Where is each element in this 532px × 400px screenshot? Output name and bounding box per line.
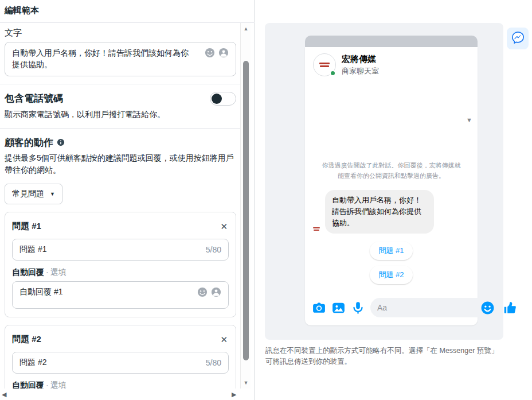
- scroll-left-arrow-icon[interactable]: ◀: [2, 391, 6, 398]
- auto-reply-value: 自動回覆 #1: [19, 287, 62, 296]
- chat-header: 宏將傳媒 商家聊天室: [305, 47, 478, 81]
- question-value: 問題 #1: [19, 244, 46, 255]
- optional-label: 選填: [50, 267, 66, 277]
- personalize-name-icon[interactable]: [211, 287, 221, 297]
- edit-template-page: 編輯範本 文字 自動帶入用戶名稱，你好！請告訴我們該如何為你提供協助。: [0, 0, 532, 400]
- phone-section-description: 顯示商家電話號碼，以利用戶撥打電話給你。: [5, 108, 236, 121]
- scroll-down-arrow-icon[interactable]: ▼: [241, 380, 251, 386]
- question-chip-2[interactable]: 問題 #2: [370, 266, 412, 284]
- ad-disclaimer: 你透過廣告開啟了此對話。你回覆後，宏將傳媒就能查看你的公開資訊和點擊過的廣告。: [319, 161, 464, 180]
- remove-question-button[interactable]: ✕: [219, 334, 229, 345]
- chat-message-area: 你透過廣告開啟了此對話。你回覆後，宏將傳媒就能查看你的公開資訊和點擊過的廣告。 …: [305, 81, 478, 293]
- info-icon[interactable]: [57, 138, 65, 146]
- editor-scroll-area: 文字 自動帶入用戶名稱，你好！請告訴我們該如何為你提供協助。 包含電話號碼: [0, 23, 241, 389]
- message-input[interactable]: [377, 303, 481, 312]
- question-value: 問題 #2: [19, 358, 46, 368]
- toggle-knob: [212, 94, 222, 104]
- label-separator: ·: [44, 267, 50, 277]
- auto-reply-input[interactable]: 自動回覆 #1: [12, 281, 229, 309]
- bubble-avatar: [312, 224, 321, 234]
- question-text-input[interactable]: 問題 #2 5/80: [12, 352, 229, 374]
- logo-mark: [320, 65, 329, 67]
- label-separator: ·: [44, 380, 50, 389]
- online-status-dot: [330, 70, 336, 76]
- preview-scroll-down-icon[interactable]: ▼: [466, 116, 472, 123]
- scroll-up-arrow-icon[interactable]: ▲: [241, 26, 251, 32]
- personalize-name-icon[interactable]: [218, 48, 229, 58]
- auto-reply-label: 自動回覆: [12, 267, 44, 277]
- question-card-title: 問題 #1: [12, 221, 41, 232]
- emoji-icon[interactable]: [197, 287, 208, 297]
- camera-icon[interactable]: [312, 301, 326, 315]
- messenger-preview-tab[interactable]: [507, 28, 529, 49]
- logo-mark: [319, 63, 330, 64]
- business-name: 宏將傳媒: [342, 54, 379, 65]
- question-card-2: 問題 #2 ✕ 問題 #2 5/80 自動回覆·選填 自動回覆 #2: [5, 325, 236, 389]
- emoji-icon[interactable]: [205, 48, 215, 58]
- optional-label: 選填: [50, 380, 66, 389]
- question-chip-1[interactable]: 問題 #1: [370, 242, 412, 260]
- scroll-right-arrow-icon[interactable]: ▶: [232, 391, 236, 398]
- mic-icon[interactable]: [351, 301, 365, 315]
- divider: [0, 84, 241, 84]
- message-composer: [305, 293, 478, 325]
- phone-status-bar: [305, 36, 478, 47]
- question-type-dropdown[interactable]: 常見問題 ▼: [5, 184, 62, 204]
- char-counter: 5/80: [206, 245, 221, 254]
- logo-mark: [314, 230, 319, 231]
- text-section-label: 文字: [5, 28, 236, 38]
- page-title: 編輯範本: [5, 5, 39, 16]
- actions-section-description: 提供最多5個可供顧客點按的建議問題或回覆，或使用按鈕將用戶帶往你的網站。: [5, 152, 236, 176]
- char-counter: 5/80: [206, 358, 221, 367]
- chat-window: 宏將傳媒 商家聊天室 你透過廣告開啟了此對話。你回覆後，宏將傳媒就能查看你的公開…: [305, 47, 478, 325]
- emoji-picker-icon[interactable]: [481, 301, 494, 314]
- message-bubble: 自動帶入用戶名稱，你好！請告訴我們該如何為你提供協助。: [325, 190, 434, 234]
- template-editor-panel: 編輯範本 文字 自動帶入用戶名稱，你好！請告訴我們該如何為你提供協助。: [0, 0, 255, 400]
- business-avatar: [313, 53, 336, 76]
- question-card-1: 問題 #1 ✕ 問題 #1 5/80 自動回覆·選填 自動回覆 #1: [5, 212, 236, 317]
- phone-section-title: 包含電話號碼: [5, 92, 63, 105]
- question-text-input[interactable]: 問題 #1 5/80: [12, 239, 229, 261]
- phone-preview: 宏將傳媒 商家聊天室 你透過廣告開啟了此對話。你回覆後，宏將傳媒就能查看你的公開…: [305, 36, 478, 325]
- caret-down-icon: ▼: [50, 191, 55, 197]
- gallery-icon[interactable]: [331, 301, 346, 315]
- preview-caption: 訊息在不同裝置上的顯示方式可能略有不同。選擇「在 Messenger 預覽」可將…: [265, 345, 503, 368]
- greeting-text-value: 自動帶入用戶名稱，你好！請告訴我們該如何為你提供協助。: [12, 48, 189, 69]
- auto-reply-label: 自動回覆: [12, 380, 44, 389]
- vertical-scrollbar[interactable]: ▲ ▼: [240, 23, 251, 389]
- close-icon: ✕: [220, 222, 228, 231]
- include-phone-toggle[interactable]: [210, 92, 236, 106]
- greeting-text-input[interactable]: 自動帶入用戶名稱，你好！請告訴我們該如何為你提供協助。: [5, 42, 236, 76]
- actions-section-title: 顧客的動作: [5, 136, 53, 149]
- close-icon: ✕: [220, 335, 228, 344]
- messenger-preview-panel: 宏將傳媒 商家聊天室 你透過廣告開啟了此對話。你回覆後，宏將傳媒就能查看你的公開…: [265, 23, 503, 340]
- messenger-icon: [511, 30, 525, 47]
- question-card-title: 問題 #2: [12, 334, 41, 345]
- logo-mark: [313, 227, 320, 228]
- divider: [0, 128, 241, 129]
- remove-question-button[interactable]: ✕: [219, 221, 229, 232]
- message-row: 自動帶入用戶名稱，你好！請告訴我們該如何為你提供協助。: [305, 190, 478, 234]
- thumbs-up-icon[interactable]: [503, 300, 518, 315]
- scrollbar-thumb[interactable]: [243, 61, 249, 360]
- business-subtitle: 商家聊天室: [342, 66, 379, 76]
- dropdown-selected-label: 常見問題: [12, 189, 44, 199]
- composer-pill: [370, 298, 498, 317]
